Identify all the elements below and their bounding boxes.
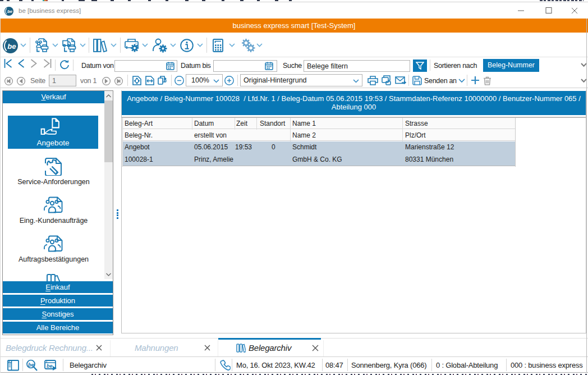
svg-text:be: be <box>7 9 13 14</box>
svg-text:be: be <box>28 362 35 368</box>
svg-text:be: be <box>47 363 53 369</box>
svg-text:be: be <box>7 42 16 51</box>
